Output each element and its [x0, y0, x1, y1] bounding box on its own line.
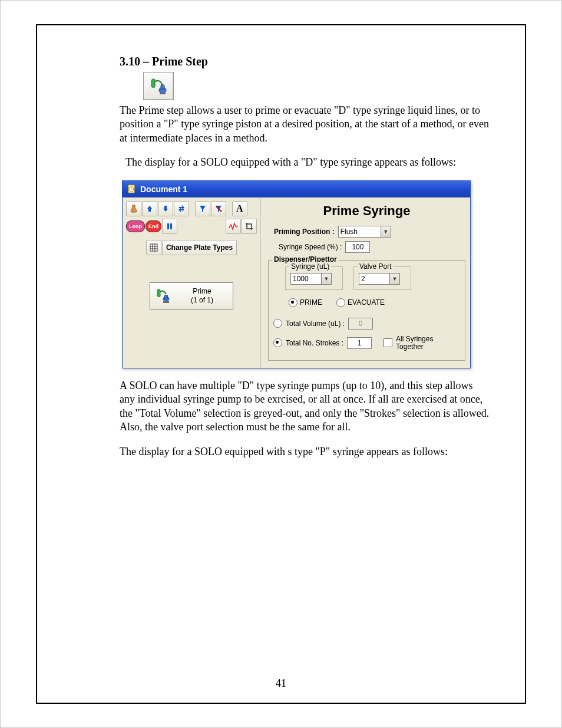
row-total-strokes: Total No. Strokes : 1 All Syringes Toget… [273, 335, 460, 351]
section-heading: 3.10 – Prime Step [120, 55, 490, 68]
toolbar-row-1: A [126, 201, 257, 216]
arrow-up-icon[interactable] [142, 201, 157, 216]
document-icon [127, 185, 137, 194]
total-volume-label: Total Volume (uL) : [286, 319, 345, 328]
chevron-down-icon: ▼ [321, 274, 331, 284]
syringe-ul-legend: Syringe (uL) [289, 262, 331, 271]
svg-rect-10 [170, 223, 172, 229]
titlebar: Document 1 [123, 181, 470, 197]
flask-icon[interactable] [126, 201, 141, 216]
syringe-ul-combo[interactable]: 1000 ▼ [290, 273, 332, 285]
crop-icon[interactable] [242, 219, 257, 234]
toolbar-row-2: Loop End [126, 219, 257, 234]
paragraph-1: The Prime step allows a user to prime or… [120, 104, 490, 145]
total-volume-input: 0 [348, 318, 373, 330]
swap-icon[interactable] [174, 201, 189, 216]
end-button[interactable]: End [146, 220, 161, 232]
text-tool-icon[interactable]: A [232, 201, 247, 216]
paragraph-3: A SOLO can have multiple "D" type syring… [120, 379, 490, 434]
app-window: Document 1 [122, 180, 471, 368]
page-number: 41 [37, 677, 525, 690]
row-priming-position: Priming Position : Flush ▼ [274, 226, 465, 238]
all-syringes-label: All Syringes Together [396, 335, 433, 351]
page-sheet: 3.10 – Prime Step The Prime step allows … [0, 0, 562, 728]
window-title: Document 1 [140, 185, 187, 194]
app-body: A Loop End [123, 197, 470, 368]
toolbar-row-3: Change Plate Types [126, 240, 257, 255]
paragraph-2: The display for a SOLO equipped with a "… [125, 156, 490, 169]
dispenser-pipettor-group: Dispenser/Pipettor Syringe (uL) 1000 ▼ [268, 260, 465, 361]
row-total-volume: Total Volume (uL) : 0 [273, 318, 460, 330]
syringe-speed-input[interactable]: 100 [345, 241, 370, 253]
paragraph-4: The display for a SOLO equipped with s t… [120, 445, 490, 459]
page-frame: 3.10 – Prime Step The Prime step allows … [36, 24, 526, 704]
arrow-down-icon[interactable] [158, 201, 173, 216]
grid-icon[interactable] [146, 240, 161, 255]
svg-rect-9 [167, 223, 169, 229]
row-syringe-speed: Syringe Speed (%) : 100 [279, 241, 465, 253]
panel-title: Prime Syringe [268, 203, 465, 219]
step-card-prime[interactable]: Prime (1 of 1) [150, 282, 233, 309]
total-strokes-input[interactable]: 1 [347, 337, 372, 349]
svg-rect-3 [160, 93, 166, 94]
prime-radio[interactable] [289, 298, 297, 307]
evacuate-radio[interactable] [336, 298, 345, 307]
valve-port-value: 2 [361, 275, 365, 283]
svg-rect-14 [163, 301, 169, 303]
syringe-ul-subgroup: Syringe (uL) 1000 ▼ [285, 266, 343, 290]
syringe-speed-label: Syringe Speed (%) : [279, 243, 342, 251]
prime-icon [154, 287, 171, 305]
change-plate-types-button[interactable]: Change Plate Types [162, 240, 237, 255]
chevron-down-icon: ▼ [389, 274, 399, 284]
all-syringes-checkbox[interactable] [384, 338, 392, 347]
step-card-title: Prime [193, 287, 211, 295]
row-prime-evacuate: PRIME EVACUATE [289, 298, 460, 307]
priming-position-label: Priming Position : [274, 228, 335, 236]
left-pane: A Loop End [123, 197, 261, 368]
step-card-subtitle: (1 of 1) [191, 296, 213, 304]
valve-port-subgroup: Valve Port 2 ▼ [353, 266, 411, 290]
right-pane: Prime Syringe Priming Position : Flush ▼… [261, 197, 470, 368]
total-volume-radio[interactable] [273, 319, 282, 328]
filter-icon[interactable] [195, 201, 210, 216]
total-strokes-label: Total No. Strokes : [286, 339, 343, 347]
svg-rect-11 [150, 244, 157, 251]
filter-clear-icon[interactable] [211, 201, 226, 216]
prime-step-icon [143, 72, 174, 100]
prime-radio-label: PRIME [300, 298, 322, 307]
step-card-text: Prime (1 of 1) [175, 287, 229, 304]
valve-port-combo[interactable]: 2 ▼ [359, 273, 400, 285]
priming-position-value: Flush [340, 228, 358, 236]
loop-button[interactable]: Loop [126, 220, 145, 232]
total-strokes-radio[interactable] [273, 338, 282, 347]
svg-rect-2 [161, 85, 164, 89]
priming-position-combo[interactable]: Flush ▼ [338, 226, 391, 238]
signal-icon[interactable] [226, 219, 241, 234]
syringe-ul-value: 1000 [293, 275, 309, 283]
pause-icon[interactable] [162, 219, 177, 234]
svg-rect-13 [165, 295, 168, 298]
chevron-down-icon: ▼ [381, 226, 391, 237]
evacuate-radio-label: EVACUATE [348, 298, 385, 307]
valve-port-legend: Valve Port [358, 262, 393, 271]
